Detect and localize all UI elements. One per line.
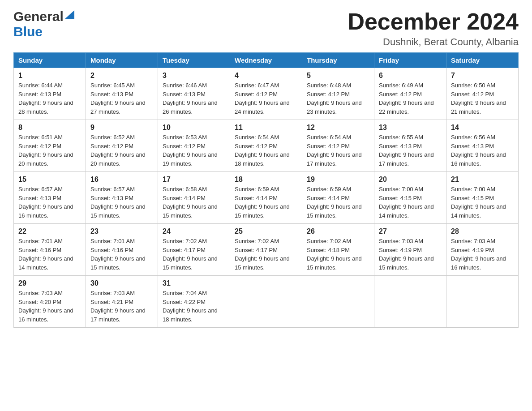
calendar-week-row: 1 Sunrise: 6:44 AMSunset: 4:13 PMDayligh…: [14, 68, 519, 120]
calendar-day-cell: 10 Sunrise: 6:53 AMSunset: 4:12 PMDaylig…: [158, 120, 230, 172]
day-info: Sunrise: 6:48 AMSunset: 4:12 PMDaylight:…: [307, 82, 362, 115]
day-number: 7: [451, 72, 514, 80]
day-number: 5: [307, 72, 369, 80]
day-number: 2: [90, 72, 153, 80]
calendar-day-cell: 8 Sunrise: 6:51 AMSunset: 4:12 PMDayligh…: [14, 120, 86, 172]
calendar-week-row: 29 Sunrise: 7:03 AMSunset: 4:20 PMDaylig…: [14, 276, 519, 328]
day-info: Sunrise: 6:52 AMSunset: 4:12 PMDaylight:…: [90, 134, 146, 167]
calendar-day-cell: 13 Sunrise: 6:55 AMSunset: 4:13 PMDaylig…: [374, 120, 446, 172]
day-info: Sunrise: 6:47 AMSunset: 4:12 PMDaylight:…: [235, 82, 290, 115]
day-number: 27: [379, 227, 442, 235]
day-info: Sunrise: 6:57 AMSunset: 4:13 PMDaylight:…: [18, 186, 73, 219]
weekday-header-row: Sunday Monday Tuesday Wednesday Thursday…: [14, 53, 519, 68]
day-info: Sunrise: 7:02 AMSunset: 4:18 PMDaylight:…: [307, 238, 362, 271]
day-number: 28: [451, 227, 514, 235]
day-number: 16: [90, 176, 153, 184]
day-info: Sunrise: 6:54 AMSunset: 4:12 PMDaylight:…: [235, 134, 290, 167]
calendar-day-cell: 5 Sunrise: 6:48 AMSunset: 4:12 PMDayligh…: [302, 68, 374, 120]
calendar-day-cell: [446, 276, 519, 328]
calendar-day-cell: 4 Sunrise: 6:47 AMSunset: 4:12 PMDayligh…: [230, 68, 302, 120]
calendar-day-cell: 19 Sunrise: 6:59 AMSunset: 4:14 PMDaylig…: [302, 172, 374, 224]
day-info: Sunrise: 6:44 AMSunset: 4:13 PMDaylight:…: [18, 82, 73, 115]
day-info: Sunrise: 7:01 AMSunset: 4:16 PMDaylight:…: [18, 238, 73, 271]
logo: General Blue: [13, 9, 74, 39]
day-number: 11: [235, 124, 297, 132]
day-info: Sunrise: 7:03 AMSunset: 4:21 PMDaylight:…: [90, 290, 146, 323]
day-number: 21: [451, 176, 514, 184]
calendar-day-cell: 28 Sunrise: 7:03 AMSunset: 4:19 PMDaylig…: [446, 224, 519, 276]
day-number: 6: [379, 72, 442, 80]
calendar-day-cell: 18 Sunrise: 6:59 AMSunset: 4:14 PMDaylig…: [230, 172, 302, 224]
calendar-day-cell: 2 Sunrise: 6:45 AMSunset: 4:13 PMDayligh…: [86, 68, 158, 120]
month-year-title: December 2024: [348, 9, 519, 34]
calendar-day-cell: 16 Sunrise: 6:57 AMSunset: 4:13 PMDaylig…: [86, 172, 158, 224]
day-number: 15: [18, 176, 81, 184]
day-info: Sunrise: 6:58 AMSunset: 4:14 PMDaylight:…: [163, 186, 218, 219]
calendar-day-cell: 21 Sunrise: 7:00 AMSunset: 4:15 PMDaylig…: [446, 172, 519, 224]
calendar-day-cell: 12 Sunrise: 6:54 AMSunset: 4:12 PMDaylig…: [302, 120, 374, 172]
header-friday: Friday: [374, 53, 446, 68]
day-info: Sunrise: 6:46 AMSunset: 4:13 PMDaylight:…: [163, 82, 218, 115]
calendar-day-cell: [374, 276, 446, 328]
day-number: 24: [163, 227, 225, 235]
calendar-day-cell: 17 Sunrise: 6:58 AMSunset: 4:14 PMDaylig…: [158, 172, 230, 224]
day-info: Sunrise: 7:02 AMSunset: 4:17 PMDaylight:…: [163, 238, 218, 271]
day-info: Sunrise: 6:50 AMSunset: 4:12 PMDaylight:…: [451, 82, 506, 115]
day-number: 23: [90, 227, 153, 235]
calendar-day-cell: 11 Sunrise: 6:54 AMSunset: 4:12 PMDaylig…: [230, 120, 302, 172]
logo-arrow-icon: [64, 10, 74, 21]
day-number: 30: [90, 279, 153, 287]
page-header: General Blue December 2024 Dushnik, Bera…: [13, 9, 519, 48]
calendar-day-cell: 31 Sunrise: 7:04 AMSunset: 4:22 PMDaylig…: [158, 276, 230, 328]
day-number: 26: [307, 227, 369, 235]
header-wednesday: Wednesday: [230, 53, 302, 68]
day-number: 31: [163, 279, 225, 287]
day-info: Sunrise: 7:04 AMSunset: 4:22 PMDaylight:…: [163, 290, 218, 323]
header-tuesday: Tuesday: [158, 53, 230, 68]
day-number: 19: [307, 176, 369, 184]
calendar-day-cell: 29 Sunrise: 7:03 AMSunset: 4:20 PMDaylig…: [14, 276, 86, 328]
calendar-day-cell: 30 Sunrise: 7:03 AMSunset: 4:21 PMDaylig…: [86, 276, 158, 328]
day-number: 13: [379, 124, 442, 132]
day-number: 14: [451, 124, 514, 132]
day-info: Sunrise: 6:59 AMSunset: 4:14 PMDaylight:…: [307, 186, 362, 219]
day-info: Sunrise: 7:03 AMSunset: 4:19 PMDaylight:…: [379, 238, 434, 271]
calendar-day-cell: 9 Sunrise: 6:52 AMSunset: 4:12 PMDayligh…: [86, 120, 158, 172]
day-number: 12: [307, 124, 369, 132]
day-info: Sunrise: 7:03 AMSunset: 4:20 PMDaylight:…: [18, 290, 73, 323]
calendar-day-cell: 26 Sunrise: 7:02 AMSunset: 4:18 PMDaylig…: [302, 224, 374, 276]
calendar-day-cell: 20 Sunrise: 7:00 AMSunset: 4:15 PMDaylig…: [374, 172, 446, 224]
day-number: 20: [379, 176, 442, 184]
day-number: 3: [163, 72, 225, 80]
calendar-day-cell: 3 Sunrise: 6:46 AMSunset: 4:13 PMDayligh…: [158, 68, 230, 120]
calendar-week-row: 22 Sunrise: 7:01 AMSunset: 4:16 PMDaylig…: [14, 224, 519, 276]
day-number: 18: [235, 176, 297, 184]
day-info: Sunrise: 7:01 AMSunset: 4:16 PMDaylight:…: [90, 238, 146, 271]
calendar-week-row: 15 Sunrise: 6:57 AMSunset: 4:13 PMDaylig…: [14, 172, 519, 224]
calendar-day-cell: 27 Sunrise: 7:03 AMSunset: 4:19 PMDaylig…: [374, 224, 446, 276]
calendar-day-cell: 7 Sunrise: 6:50 AMSunset: 4:12 PMDayligh…: [446, 68, 519, 120]
calendar-day-cell: 23 Sunrise: 7:01 AMSunset: 4:16 PMDaylig…: [86, 224, 158, 276]
day-info: Sunrise: 6:57 AMSunset: 4:13 PMDaylight:…: [90, 186, 146, 219]
location-subtitle: Dushnik, Berat County, Albania: [348, 36, 519, 48]
day-info: Sunrise: 6:49 AMSunset: 4:12 PMDaylight:…: [379, 82, 434, 115]
calendar-day-cell: 15 Sunrise: 6:57 AMSunset: 4:13 PMDaylig…: [14, 172, 86, 224]
logo-blue-text: Blue: [13, 24, 43, 39]
calendar-week-row: 8 Sunrise: 6:51 AMSunset: 4:12 PMDayligh…: [14, 120, 519, 172]
day-number: 10: [163, 124, 225, 132]
day-info: Sunrise: 7:00 AMSunset: 4:15 PMDaylight:…: [451, 186, 506, 219]
day-info: Sunrise: 6:55 AMSunset: 4:13 PMDaylight:…: [379, 134, 434, 167]
day-info: Sunrise: 6:51 AMSunset: 4:12 PMDaylight:…: [18, 134, 73, 167]
day-number: 22: [18, 227, 81, 235]
day-number: 29: [18, 279, 81, 287]
day-info: Sunrise: 7:03 AMSunset: 4:19 PMDaylight:…: [451, 238, 506, 271]
title-block: December 2024 Dushnik, Berat County, Alb…: [348, 9, 519, 48]
calendar-table: Sunday Monday Tuesday Wednesday Thursday…: [13, 52, 519, 328]
calendar-day-cell: 25 Sunrise: 7:02 AMSunset: 4:17 PMDaylig…: [230, 224, 302, 276]
header-saturday: Saturday: [446, 53, 519, 68]
day-number: 25: [235, 227, 297, 235]
header-monday: Monday: [86, 53, 158, 68]
header-thursday: Thursday: [302, 53, 374, 68]
logo-general-text: General: [13, 9, 64, 24]
day-number: 9: [90, 124, 153, 132]
